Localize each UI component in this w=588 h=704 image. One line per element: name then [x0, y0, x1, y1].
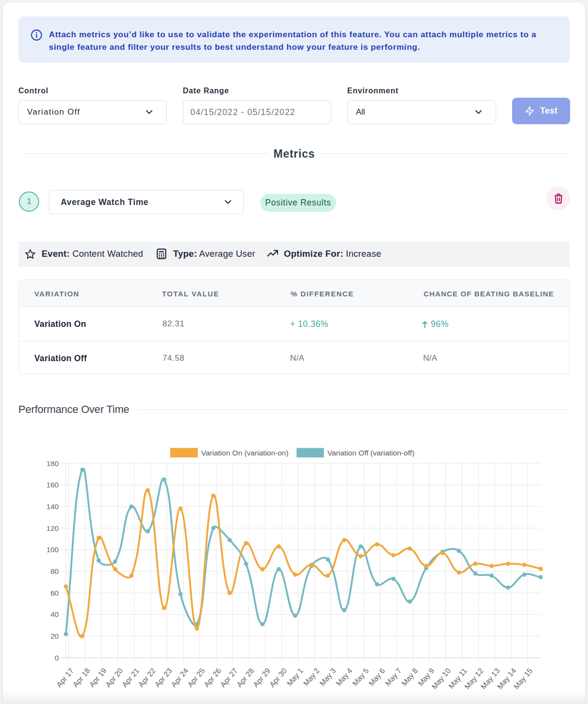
svg-text:May 1: May 1: [285, 667, 305, 688]
svg-text:Apr 25: Apr 25: [186, 667, 206, 689]
svg-text:May 4: May 4: [334, 666, 353, 688]
svg-text:140: 140: [46, 502, 59, 511]
svg-text:May 3: May 3: [318, 667, 338, 688]
svg-text:Apr 18: Apr 18: [71, 667, 91, 689]
svg-text:Apr 29: Apr 29: [251, 667, 272, 689]
svg-text:Apr 21: Apr 21: [120, 667, 141, 689]
svg-text:60: 60: [50, 589, 59, 597]
svg-text:May 5: May 5: [351, 667, 370, 688]
svg-text:Apr 20: Apr 20: [104, 666, 125, 689]
svg-text:0: 0: [55, 654, 59, 662]
svg-text:120: 120: [46, 524, 59, 532]
svg-text:Apr 24: Apr 24: [169, 666, 190, 689]
svg-text:May 6: May 6: [367, 667, 386, 688]
svg-text:100: 100: [46, 545, 59, 554]
svg-text:May 7: May 7: [383, 667, 403, 688]
svg-text:Apr 19: Apr 19: [88, 667, 108, 689]
svg-text:Apr 26: Apr 26: [202, 667, 222, 689]
svg-text:Apr 28: Apr 28: [235, 667, 255, 689]
svg-text:Apr 17: Apr 17: [55, 667, 75, 689]
svg-text:May 8: May 8: [400, 667, 419, 688]
svg-text:160: 160: [46, 481, 59, 489]
svg-text:20: 20: [50, 632, 59, 640]
svg-text:May 2: May 2: [302, 667, 321, 688]
svg-text:Apr 23: Apr 23: [153, 667, 173, 689]
svg-text:Variation On (variation-on): Variation On (variation-on): [201, 449, 289, 457]
svg-text:40: 40: [50, 610, 59, 618]
svg-text:Apr 22: Apr 22: [137, 667, 157, 689]
svg-text:80: 80: [50, 567, 59, 575]
svg-text:Variation Off (variation-off): Variation Off (variation-off): [327, 449, 414, 457]
svg-text:180: 180: [46, 459, 59, 468]
svg-text:Apr 27: Apr 27: [219, 667, 239, 689]
svg-text:Apr 30: Apr 30: [268, 666, 289, 689]
